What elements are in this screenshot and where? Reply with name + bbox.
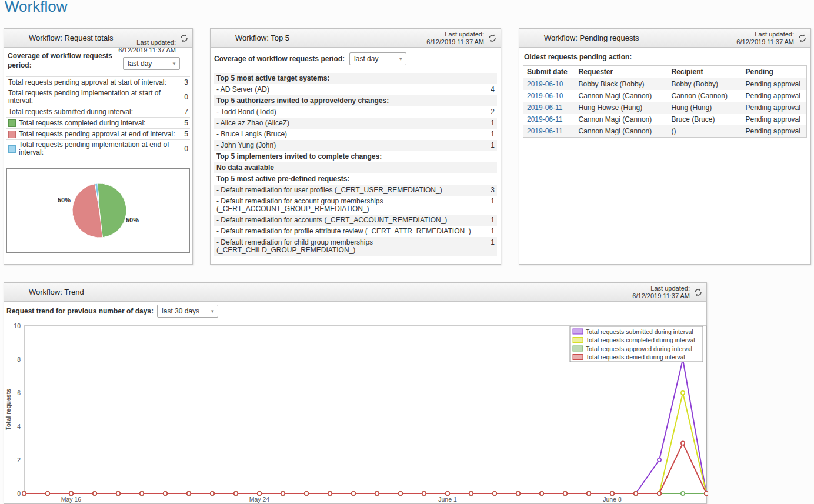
legend-label: Total requests completed during interval [586,336,695,343]
top5-section-header: Top 5 implementers invited to complete c… [216,153,485,161]
top5-item-count: 2 [485,108,495,116]
data-point [281,492,285,495]
page-title: Workflow [5,0,67,16]
coverage-period-label: Coverage of workflow requests period: [214,52,345,65]
y-tick-label: 6 [17,389,21,396]
panel-top5: Workflow: Top 5 Last updated: 6/12/2019 … [210,28,501,265]
top5-item-count: 3 [485,186,495,194]
refresh-icon[interactable] [180,34,188,42]
panel-pending-requests: Workflow: Pending requests Last updated:… [519,28,811,265]
legend-swatch [573,346,583,351]
totals-value: 5 [179,119,188,127]
pending-cell-requester: Cannon Magi (Cannon) [575,125,668,138]
refresh-icon[interactable] [798,34,806,42]
list-item: Top 5 most active pre-defined requests: [214,173,497,185]
pending-cell-requester: Cannon Magi (Cannon) [575,90,668,102]
x-tick-label: June 8 [603,496,622,503]
last-updated-label: Last updated: [632,285,690,292]
green-legend-swatch [8,119,16,127]
last-updated-label: Last updated: [736,31,794,38]
table-row: 2019-06-11Cannon Magi (Cannon)()Pending … [523,125,807,138]
panel-header: Workflow: Request totals Last updated: 6… [4,29,192,48]
pie-label-right: 50% [126,216,139,223]
pending-cell-pending: Pending approval [742,90,807,102]
data-point [22,492,26,495]
top5-item-label: - Todd Bond (Todd) [216,108,485,116]
top5-item-label: - AD Server (AD) [216,86,485,94]
top5-list: Top 5 most active target systems:- AD Se… [214,73,497,256]
data-point [516,492,520,495]
data-point [587,492,591,495]
totals-value: 5 [179,130,188,138]
list-item: Top 5 authorizers invited to approve/den… [214,95,497,106]
pending-table: Submit date Requester Recipient Pending … [523,65,807,138]
top5-item-label: - Default remediation for accounts (_CER… [216,216,485,224]
trend-period-label: Request trend for previous number of day… [6,305,154,318]
data-point [658,492,661,495]
list-item: - Default remediation for account group … [214,196,497,215]
period-dropdown[interactable]: last day▼ [349,52,406,65]
refresh-icon[interactable] [694,288,702,296]
submit-date-link[interactable]: 2019-06-11 [527,104,563,112]
totals-label: Total requests completed during interval… [19,119,179,127]
totals-label: Total requests pending implementation at… [8,89,179,105]
refresh-icon[interactable] [488,34,496,42]
panel-title: Workflow: Trend [29,283,84,301]
chevron-down-icon: ▼ [398,54,403,65]
last-updated-time: 6/12/2019 11:37 AM [426,38,484,46]
legend-swatch [573,338,583,343]
data-point [116,492,120,495]
x-tick-label: May 24 [249,496,270,503]
list-item: - AD Server (AD)4 [214,84,497,95]
data-point [469,492,473,495]
data-point [234,492,238,495]
table-row: 2019-06-11Cannon Magi (Cannon)Bruce (Bru… [523,114,807,125]
submit-date-link[interactable]: 2019-06-11 [527,115,563,124]
period-dropdown-value: last day [350,53,406,65]
pending-cell-recipient: () [668,125,742,138]
data-point [69,492,73,495]
totals-table: Total requests pending approval at start… [6,76,190,158]
top5-item-label: - Alice az Zhao (AliceZ) [216,119,485,127]
data-point [187,492,191,495]
top5-item-label: - Default remediation for account group … [216,198,485,213]
x-tick-label: June 1 [438,496,457,503]
coverage-period-control: Coverage of workflow requests period:las… [211,48,501,71]
data-point [305,492,308,495]
legend-label: Total requests denied during interval [586,353,685,361]
list-item: - Todd Bond (Todd)2 [214,106,497,118]
data-point [493,492,496,495]
top5-section-header: Top 5 most active pre-defined requests: [216,175,485,183]
pie-label-left: 50% [58,196,71,203]
totals-value: 3 [179,78,188,86]
legend-label: Total requests submitted during interval [586,328,693,335]
submit-date-link[interactable]: 2019-06-11 [527,127,563,135]
chevron-down-icon: ▼ [172,58,176,70]
data-point [140,492,144,495]
data-point [681,391,685,395]
period-dropdown[interactable]: last day▼ [123,57,180,70]
data-point [658,458,661,462]
top5-item-count: 1 [485,216,495,224]
totals-row: Total requests pending implementation at… [6,88,190,106]
list-item: - Default remediation for profile attrib… [214,226,497,237]
table-row: 2019-06-10Bobby Black (Bobby)Bobby (Bobb… [523,78,807,91]
submit-date-link[interactable]: 2019-06-10 [527,92,563,100]
blue-legend-swatch [8,145,16,153]
submit-date-link[interactable]: 2019-06-10 [527,80,563,88]
totals-value: 0 [179,93,188,101]
pending-cell-pending: Pending approval [742,125,807,138]
panel-header: Workflow: Top 5 Last updated: 6/12/2019 … [211,29,501,48]
last-updated-time: 6/12/2019 11:37 AM [736,38,794,46]
trend-period-dropdown[interactable]: last 30 days▼ [157,305,218,318]
list-item: - John Yung (John)1 [214,140,497,151]
pending-cell-recipient: Hung (Hung) [668,102,742,114]
totals-value: 0 [179,145,188,153]
data-point [211,492,214,495]
last-updated-time: 6/12/2019 11:37 AM [632,292,690,300]
top5-item-count [485,75,495,82]
top5-item-count: 1 [485,119,495,127]
last-updated: Last updated: 6/12/2019 11:37 AM [632,285,690,300]
table-row: 2019-06-11Hung Howse (Hung)Hung (Hung)Pe… [523,102,807,114]
panel-title: Workflow: Request totals [29,29,114,47]
